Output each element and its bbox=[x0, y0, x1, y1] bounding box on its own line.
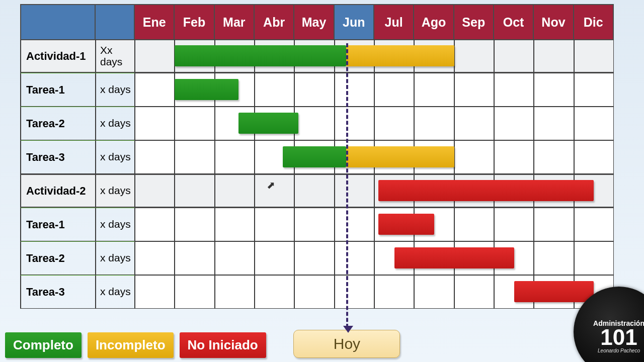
grid-cell bbox=[294, 73, 334, 107]
grid-cell bbox=[454, 107, 494, 140]
today-label: Hoy bbox=[293, 330, 400, 358]
row-duration: x days bbox=[96, 140, 135, 174]
row-duration: x days bbox=[96, 275, 135, 309]
row-duration: x days bbox=[96, 241, 135, 275]
gantt-chart: EneFebMarAbrMayJunJulAgoSepOctNovDic Act… bbox=[20, 4, 614, 309]
grid-cell bbox=[335, 208, 374, 241]
row-duration: x days bbox=[96, 208, 135, 241]
gantt-bar bbox=[378, 214, 434, 235]
month-header: EneFebMarAbrMayJunJulAgoSepOctNovDic bbox=[20, 4, 614, 39]
row-3: Tarea-3x days bbox=[20, 140, 614, 174]
grid-cell bbox=[494, 208, 534, 241]
grid-cell bbox=[135, 208, 175, 241]
grid-cell bbox=[374, 275, 414, 309]
month-may: May bbox=[294, 4, 334, 39]
grid-cell bbox=[135, 107, 175, 140]
grid-cell bbox=[175, 174, 214, 208]
grid-cell bbox=[135, 241, 175, 275]
row-name: Actividad-2 bbox=[20, 174, 96, 208]
grid-cell bbox=[255, 241, 294, 275]
gantt-bar bbox=[175, 45, 346, 66]
row-duration: x days bbox=[96, 174, 135, 208]
month-oct: Oct bbox=[494, 4, 534, 39]
gantt-bar bbox=[346, 146, 454, 167]
grid-cell bbox=[215, 208, 255, 241]
row-duration: x days bbox=[96, 73, 135, 107]
grid-cell bbox=[454, 208, 494, 241]
grid-cell bbox=[454, 39, 494, 73]
row-name: Tarea-2 bbox=[20, 107, 96, 140]
header-duration-col bbox=[96, 4, 135, 39]
grid-cell bbox=[574, 208, 614, 241]
grid-cell bbox=[335, 107, 374, 140]
logo-line2: 101 bbox=[600, 327, 637, 347]
grid-cell bbox=[414, 107, 454, 140]
grid-cell bbox=[135, 39, 175, 73]
grid-cell bbox=[255, 208, 294, 241]
grid-cell bbox=[534, 140, 574, 174]
grid-cell bbox=[255, 73, 294, 107]
row-name: Tarea-1 bbox=[20, 73, 96, 107]
grid-cell bbox=[294, 275, 334, 309]
row-name: Tarea-2 bbox=[20, 241, 96, 275]
gantt-bar bbox=[394, 247, 514, 268]
grid-cell bbox=[135, 140, 175, 174]
row-6: Tarea-2x days bbox=[20, 241, 614, 275]
grid-cell bbox=[294, 208, 334, 241]
grid-cell bbox=[335, 241, 374, 275]
legend-incomplete: Incompleto bbox=[88, 332, 174, 358]
grid-cell bbox=[534, 39, 574, 73]
grid-cell bbox=[574, 73, 614, 107]
row-duration: x days bbox=[96, 107, 135, 140]
month-jul: Jul bbox=[374, 4, 414, 39]
grid-cell bbox=[175, 107, 214, 140]
month-ago: Ago bbox=[414, 4, 454, 39]
row-duration: Xx days bbox=[96, 39, 135, 73]
grid-cell bbox=[135, 275, 175, 309]
month-dic: Dic bbox=[574, 4, 614, 39]
row-1: Tarea-1x days bbox=[20, 73, 614, 107]
row-name: Tarea-1 bbox=[20, 208, 96, 241]
grid-cell bbox=[454, 73, 494, 107]
row-4: Actividad-2x days bbox=[20, 174, 614, 208]
today-arrow-icon bbox=[343, 326, 353, 333]
month-feb: Feb bbox=[175, 4, 214, 39]
gantt-rows: Actividad-1Xx daysTarea-1x daysTarea-2x … bbox=[20, 39, 614, 309]
month-nov: Nov bbox=[534, 4, 574, 39]
grid-cell bbox=[534, 208, 574, 241]
grid-cell bbox=[414, 73, 454, 107]
month-ene: Ene bbox=[135, 4, 175, 39]
grid-cell bbox=[414, 275, 454, 309]
row-7: Tarea-3x days bbox=[20, 275, 614, 309]
month-sep: Sep bbox=[454, 4, 494, 39]
grid-cell bbox=[494, 39, 534, 73]
grid-cell bbox=[175, 275, 214, 309]
gantt-bar bbox=[283, 146, 347, 167]
grid-cell bbox=[335, 174, 374, 208]
grid-cell bbox=[255, 174, 294, 208]
grid-cell bbox=[215, 174, 255, 208]
gantt-bar bbox=[514, 281, 594, 302]
grid-cell bbox=[215, 241, 255, 275]
gantt-bar bbox=[346, 45, 454, 66]
grid-cell bbox=[215, 140, 255, 174]
grid-cell bbox=[135, 73, 175, 107]
grid-cell bbox=[175, 208, 214, 241]
row-name: Actividad-1 bbox=[20, 39, 96, 73]
row-5: Tarea-1x days bbox=[20, 208, 614, 241]
grid-cell bbox=[574, 39, 614, 73]
grid-cell bbox=[374, 73, 414, 107]
gantt-bar bbox=[378, 180, 594, 201]
legend-complete: Completo bbox=[5, 332, 82, 358]
grid-cell bbox=[335, 275, 374, 309]
grid-cell bbox=[454, 275, 494, 309]
grid-cell bbox=[574, 140, 614, 174]
row-2: Tarea-2x days bbox=[20, 107, 614, 140]
grid-cell bbox=[454, 140, 494, 174]
grid-cell bbox=[294, 241, 334, 275]
row-name: Tarea-3 bbox=[20, 275, 96, 309]
row-name: Tarea-3 bbox=[20, 140, 96, 174]
row-0: Actividad-1Xx days bbox=[20, 39, 614, 73]
grid-cell bbox=[335, 73, 374, 107]
grid-cell bbox=[494, 73, 534, 107]
